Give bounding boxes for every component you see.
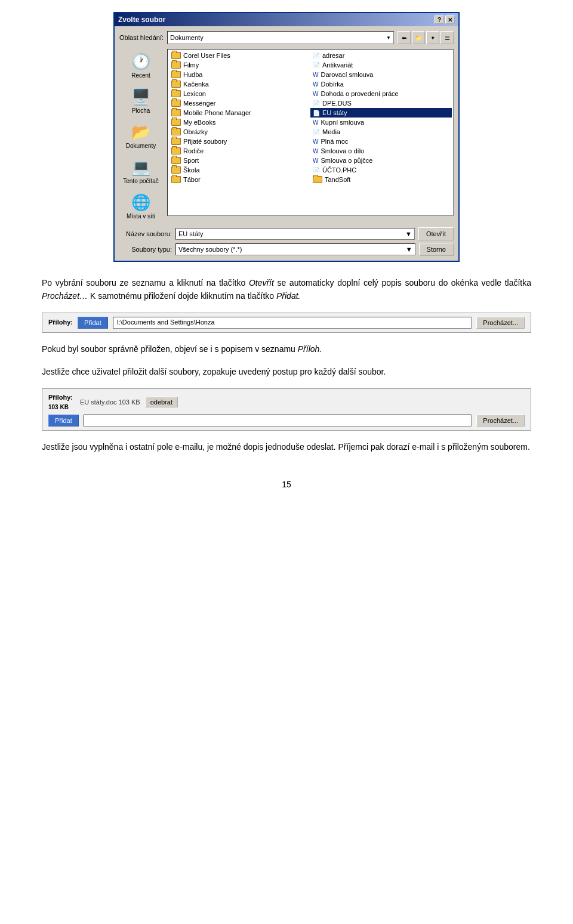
dialog-bottom: Název souboru: EU státy ▼ Otevřít Soubor… bbox=[119, 227, 454, 256]
filetype-input[interactable]: Všechny soubory (*.*) ▼ bbox=[175, 243, 415, 255]
doc-icon: 📄 bbox=[313, 62, 320, 69]
doc-icon: 📄 bbox=[313, 52, 320, 59]
computer-icon: 💻 bbox=[131, 157, 150, 177]
list-item[interactable]: Messenger bbox=[169, 98, 310, 108]
recent-icon: 🕐 bbox=[131, 52, 150, 71]
list-item[interactable]: W Plná moc bbox=[310, 137, 452, 146]
dialog-titlebar: Zvolte soubor ? ✕ bbox=[115, 13, 458, 26]
location-value: Dokumenty bbox=[170, 34, 204, 41]
folder-icon bbox=[171, 90, 181, 97]
paragraph4: Jestliže jsou vyplněna i ostatní pole e-… bbox=[42, 440, 531, 453]
list-item[interactable]: 📄 DPE.DUS bbox=[310, 98, 452, 108]
nav-computer[interactable]: 💻 Tento počítač bbox=[119, 154, 162, 187]
attach2-browse-button[interactable]: Procházet... bbox=[476, 415, 525, 427]
attach2-path bbox=[84, 415, 472, 427]
list-item[interactable]: Kačenka bbox=[169, 79, 310, 89]
nav-panel: 🕐 Recent 🖥️ Plocha 📂 Dokumenty 💻 Tento p… bbox=[119, 49, 162, 222]
nav-computer-label: Tento počítač bbox=[123, 178, 158, 184]
folder-icon bbox=[171, 119, 181, 126]
list-item[interactable]: Tábor bbox=[169, 175, 310, 184]
view-button[interactable]: ☰ bbox=[440, 31, 454, 44]
list-item[interactable]: W Smlouva o půjčce bbox=[310, 156, 452, 165]
dialog-main: 🕐 Recent 🖥️ Plocha 📂 Dokumenty 💻 Tento p… bbox=[119, 49, 454, 222]
list-item[interactable]: 📄 adresar bbox=[310, 51, 452, 60]
page-number: 15 bbox=[42, 478, 531, 491]
up-button[interactable]: 📁 bbox=[412, 31, 425, 44]
list-item[interactable]: 📄 Antikvariát bbox=[310, 60, 452, 70]
folder-icon bbox=[171, 81, 181, 88]
list-item[interactable]: W Smlouva o dílo bbox=[310, 146, 452, 156]
word-icon: W bbox=[313, 138, 318, 145]
folder-icon bbox=[171, 128, 181, 135]
list-item-selected[interactable]: 📄 EU státy bbox=[310, 108, 452, 118]
attach1-add-button[interactable]: Přidat bbox=[78, 317, 108, 329]
folder-icon bbox=[313, 176, 322, 183]
nav-documents[interactable]: 📂 Dokumenty bbox=[119, 119, 162, 152]
paragraph1: Po vybrání souboru ze seznamu a kliknutí… bbox=[42, 276, 531, 303]
filetype-row: Soubory typu: Všechny soubory (*.*) ▼ St… bbox=[119, 243, 454, 256]
dropdown-icon: ▼ bbox=[406, 246, 412, 253]
list-item[interactable]: My eBooks bbox=[169, 118, 310, 127]
list-item[interactable]: TandSoft bbox=[310, 175, 452, 184]
list-item[interactable]: Mobile Phone Manager bbox=[169, 108, 310, 118]
folder-icon bbox=[171, 147, 181, 154]
attachment-box-1: Přílohy: Přidat I:\Documents and Setting… bbox=[42, 313, 531, 333]
list-item[interactable]: Filmy bbox=[169, 60, 310, 70]
folder-icon bbox=[171, 166, 181, 174]
attach1-label: Přílohy: bbox=[48, 317, 73, 328]
file-list[interactable]: Corel User Files 📄 adresar Filmy 📄 Antik… bbox=[167, 49, 454, 216]
attach1-browse-button[interactable]: Procházet... bbox=[476, 317, 525, 329]
nav-network-label: Místa v síti bbox=[127, 213, 155, 220]
nav-desktop[interactable]: 🖥️ Plocha bbox=[119, 84, 162, 117]
list-item[interactable]: Škola bbox=[169, 165, 310, 175]
desktop-icon: 🖥️ bbox=[131, 87, 150, 106]
filetype-label: Soubory typu: bbox=[119, 246, 172, 253]
folder-icon bbox=[171, 100, 181, 107]
word-icon: W bbox=[313, 148, 318, 154]
open-button[interactable]: Otevřít bbox=[418, 227, 454, 240]
word-icon: W bbox=[313, 72, 318, 78]
help-button[interactable]: ? bbox=[435, 16, 444, 24]
list-item[interactable]: W Darovací smlouva bbox=[310, 70, 452, 79]
file-dialog: Zvolte soubor ? ✕ Oblast hledání: Dokume… bbox=[113, 12, 460, 262]
toolbar: ⬅ 📁 ✦ ☰ bbox=[398, 31, 454, 44]
word-icon: W bbox=[313, 81, 318, 88]
doc-icon: 📄 bbox=[313, 129, 320, 135]
cancel-button[interactable]: Storno bbox=[419, 243, 454, 256]
filetype-value: Všechny soubory (*.*) bbox=[178, 246, 242, 253]
list-item[interactable]: W Dohoda o provedení práce bbox=[310, 89, 452, 98]
list-item[interactable]: Lexicon bbox=[169, 89, 310, 98]
folder-icon bbox=[171, 71, 181, 78]
list-item[interactable]: 📄 ÚČTO.PHC bbox=[310, 165, 452, 175]
italic-priloh: Příloh. bbox=[298, 344, 322, 354]
italic-pridat: Přidat. bbox=[276, 291, 300, 301]
italic-otevrit: Otevřít bbox=[249, 278, 274, 288]
filename-input[interactable]: EU státy ▼ bbox=[175, 228, 415, 240]
list-item[interactable]: 📄 Media bbox=[310, 127, 452, 137]
back-button[interactable]: ⬅ bbox=[398, 31, 411, 44]
nav-desktop-label: Plocha bbox=[132, 107, 150, 114]
list-item[interactable]: Obrázky bbox=[169, 127, 310, 137]
list-item[interactable]: W Kupní smlouva bbox=[310, 118, 452, 127]
paragraph3: Jestliže chce uživatel přiložit další so… bbox=[42, 365, 531, 378]
list-item[interactable]: Hudba bbox=[169, 70, 310, 79]
list-item[interactable]: W Dobírka bbox=[310, 79, 452, 89]
location-dropdown[interactable]: Dokumenty ▼ bbox=[167, 31, 394, 44]
new-folder-button[interactable]: ✦ bbox=[426, 31, 439, 44]
filename-value: EU státy bbox=[178, 230, 204, 237]
attach2-label: Přílohy: bbox=[48, 393, 73, 403]
folder-icon bbox=[171, 52, 181, 59]
close-button[interactable]: ✕ bbox=[445, 16, 455, 24]
folder-icon bbox=[171, 157, 181, 164]
attach2-add-button[interactable]: Přidat bbox=[48, 415, 79, 427]
attach2-size: 103 KB bbox=[48, 403, 69, 412]
nav-recent[interactable]: 🕐 Recent bbox=[119, 49, 162, 82]
list-item[interactable]: Sport bbox=[169, 156, 310, 165]
attach2-remove-button[interactable]: odebrat bbox=[145, 397, 178, 407]
network-icon: 🌐 bbox=[131, 193, 150, 212]
list-item[interactable]: Corel User Files bbox=[169, 51, 310, 60]
nav-network[interactable]: 🌐 Místa v síti bbox=[119, 190, 162, 222]
nav-recent-label: Recent bbox=[131, 72, 150, 79]
list-item[interactable]: Rodiče bbox=[169, 146, 310, 156]
list-item[interactable]: Přijaté soubory bbox=[169, 137, 310, 146]
